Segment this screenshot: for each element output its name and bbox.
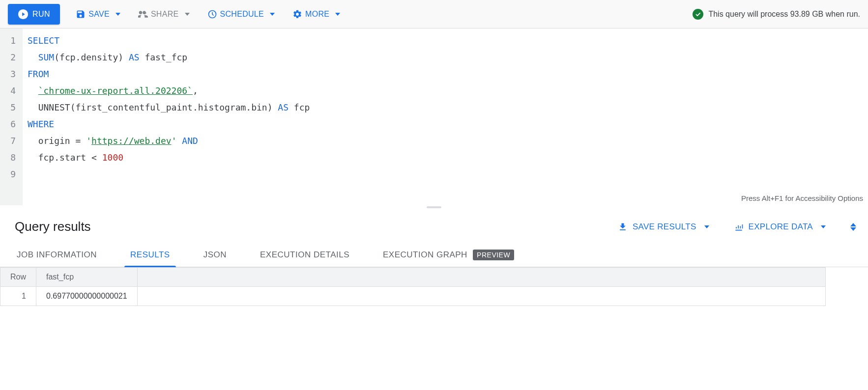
table-row: 10.69770000000000021 <box>0 287 826 306</box>
tab-execution-details[interactable]: EXECUTION DETAILS <box>258 244 351 267</box>
run-button[interactable]: RUN <box>8 4 60 25</box>
tab-execution-graph-label: EXECUTION GRAPH <box>383 250 467 259</box>
chevron-up-icon <box>850 223 856 226</box>
results-tabs: JOB INFORMATION RESULTS JSON EXECUTION D… <box>0 238 868 267</box>
a11y-hint: Press Alt+F1 for Accessibility Options <box>741 194 863 202</box>
play-icon <box>18 9 29 20</box>
clock-icon <box>207 9 217 19</box>
query-status: This query will process 93.89 GB when ru… <box>693 9 860 20</box>
chart-icon <box>734 222 744 232</box>
check-circle-icon <box>693 9 703 20</box>
download-icon <box>618 222 628 232</box>
explore-data-label: EXPLORE DATA <box>749 222 813 232</box>
code-line: `chrome-ux-report.all.202206`, <box>23 83 868 99</box>
save-results-label: SAVE RESULTS <box>633 222 696 232</box>
table-header: fast_fcp <box>36 268 138 287</box>
results-table: Rowfast_fcp10.69770000000000021 <box>0 267 826 306</box>
results-title: Query results <box>15 219 91 234</box>
chevron-down-icon <box>335 13 340 16</box>
table-header: Row <box>0 268 36 287</box>
share-icon <box>138 9 148 19</box>
code-line: SELECT <box>23 32 868 49</box>
save-icon <box>76 9 86 19</box>
table-cell: 0.69770000000000021 <box>36 287 138 306</box>
schedule-label: SCHEDULE <box>220 10 264 19</box>
schedule-button[interactable]: SCHEDULE <box>205 5 277 23</box>
code-area[interactable]: SELECT SUM(fcp.density) AS fast_fcpFROM … <box>23 28 868 205</box>
tab-execution-graph[interactable]: EXECUTION GRAPH PREVIEW <box>381 244 516 267</box>
tab-job-information[interactable]: JOB INFORMATION <box>15 244 99 267</box>
more-button[interactable]: MORE <box>290 5 342 23</box>
chevron-down-icon <box>270 13 275 16</box>
code-line: fcp.start < 1000 <box>23 149 868 166</box>
run-label: RUN <box>32 10 50 19</box>
toolbar: RUN SAVE SHARE SCHEDULE MORE This query … <box>0 0 868 28</box>
code-line: FROM <box>23 66 868 83</box>
table-cell: 1 <box>0 287 36 306</box>
tab-results[interactable]: RESULTS <box>128 244 172 267</box>
results-header: Query results SAVE RESULTS EXPLORE DATA <box>0 209 868 238</box>
status-text: This query will process 93.89 GB when ru… <box>708 10 860 19</box>
code-line: SUM(fcp.density) AS fast_fcp <box>23 49 868 66</box>
tab-json[interactable]: JSON <box>202 244 229 267</box>
chevron-down-icon <box>850 227 856 231</box>
sql-editor[interactable]: 123456789 SELECT SUM(fcp.density) AS fas… <box>0 28 868 205</box>
expand-collapse-button[interactable] <box>850 223 856 231</box>
save-results-button[interactable]: SAVE RESULTS <box>618 222 709 232</box>
chevron-down-icon <box>704 225 709 228</box>
preview-badge: PREVIEW <box>473 250 514 260</box>
more-label: MORE <box>305 10 329 19</box>
share-button[interactable]: SHARE <box>136 5 192 23</box>
code-line: UNNEST(first_contentful_paint.histogram.… <box>23 99 868 116</box>
chevron-down-icon <box>821 225 826 228</box>
save-button[interactable]: SAVE <box>74 5 122 23</box>
share-label: SHARE <box>151 10 179 19</box>
chevron-down-icon <box>185 13 190 16</box>
pane-resize-handle[interactable] <box>0 205 868 209</box>
chevron-down-icon <box>116 13 120 16</box>
save-label: SAVE <box>88 10 110 19</box>
code-line: origin = 'https://web.dev' AND <box>23 133 868 149</box>
gear-icon <box>292 9 302 19</box>
line-gutter: 123456789 <box>0 28 23 205</box>
explore-data-button[interactable]: EXPLORE DATA <box>734 222 826 232</box>
code-line: WHERE <box>23 116 868 133</box>
